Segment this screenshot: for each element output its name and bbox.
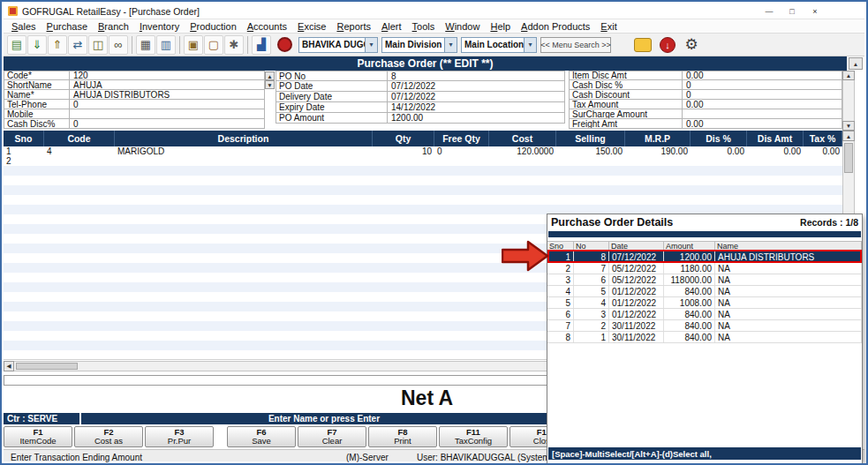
popup-row[interactable]: 4501/12/2022840.00NA: [547, 286, 862, 297]
grid-cell[interactable]: 0.00: [691, 146, 747, 156]
grid-hscroll-thumb[interactable]: [16, 363, 78, 370]
grid-cell[interactable]: 0: [434, 146, 489, 156]
menu-item-sales[interactable]: Sales: [6, 20, 42, 33]
popup-cell[interactable]: 7: [547, 320, 574, 331]
fkey-f8-print[interactable]: F8Print: [368, 426, 437, 447]
printer-icon[interactable]: ▦: [136, 35, 155, 55]
popup-cell[interactable]: NA: [715, 332, 862, 342]
popup-cell[interactable]: 2: [547, 263, 574, 274]
popup-cell[interactable]: NA: [715, 309, 862, 319]
fkey-f6-save[interactable]: F6Save: [227, 426, 296, 447]
field-value[interactable]: AHUJA DISTRIBUTORS: [70, 90, 264, 99]
close-button[interactable]: ×: [804, 5, 826, 18]
fkey-f7-clear[interactable]: F7Clear: [298, 426, 366, 447]
division-combobox[interactable]: Main Division ▾: [381, 37, 457, 53]
chevron-down-icon[interactable]: ▾: [524, 38, 536, 52]
chart-icon[interactable]: ▟: [252, 35, 271, 55]
popup-cell[interactable]: 840.00: [664, 286, 715, 296]
find-document-icon[interactable]: ◫: [88, 35, 108, 55]
download-icon[interactable]: ↓: [660, 37, 676, 53]
location-combobox[interactable]: Main Location ▾: [461, 37, 537, 53]
field-value[interactable]: 07/12/2022: [388, 92, 564, 101]
form-scroll-down-icon[interactable]: ▼: [265, 80, 275, 89]
grid-cell[interactable]: 0.00: [747, 146, 804, 156]
field-value[interactable]: 07/12/2022: [388, 81, 564, 91]
popup-cell[interactable]: 5: [547, 297, 574, 308]
grid-cell[interactable]: 0.00: [804, 146, 842, 156]
popup-cell[interactable]: NA: [715, 286, 862, 296]
popup-cell[interactable]: 4: [574, 297, 609, 308]
menu-search-box[interactable]: << Menu Search >>: [540, 37, 611, 53]
popup-cell[interactable]: 1008.00: [664, 297, 715, 308]
popup-cell[interactable]: 840.00: [664, 332, 715, 342]
menu-item-branch[interactable]: Branch: [93, 20, 134, 33]
field-value[interactable]: 0.00: [683, 119, 842, 128]
popup-cell[interactable]: 6: [547, 309, 574, 319]
popup-cell[interactable]: 1: [574, 332, 609, 342]
popup-cell[interactable]: 6: [574, 274, 609, 285]
delivery-box-icon[interactable]: ▢: [204, 35, 223, 55]
grid-cell[interactable]: 190.00: [625, 146, 691, 156]
chat-icon[interactable]: [634, 38, 652, 52]
popup-cell[interactable]: NA: [715, 320, 862, 331]
popup-cell[interactable]: 118000.00: [664, 274, 715, 285]
grid-cell[interactable]: 10: [373, 146, 434, 156]
binoculars-search-icon[interactable]: ∞: [109, 35, 128, 55]
field-value[interactable]: 0.00: [683, 100, 842, 109]
grid-cell[interactable]: 2: [4, 156, 44, 166]
popup-row[interactable]: 7230/11/2022840.00NA: [547, 320, 862, 332]
transfer-icon[interactable]: ⇄: [68, 35, 87, 55]
grid-cell[interactable]: 150.00: [556, 146, 625, 156]
popup-cell[interactable]: AHUJA DISTRIBUTORS: [715, 251, 862, 262]
popup-cell[interactable]: 1: [547, 251, 574, 262]
popup-cell[interactable]: 01/12/2022: [609, 286, 664, 296]
popup-cell[interactable]: 1200.00: [664, 251, 715, 262]
maximize-button[interactable]: □: [781, 5, 804, 18]
field-value[interactable]: 0: [70, 119, 264, 128]
fkey-f2-costas[interactable]: F2Cost as: [74, 426, 143, 447]
grid-cell[interactable]: [489, 156, 556, 166]
form-vscroll-up-icon[interactable]: ▲: [842, 71, 855, 80]
grid-cell[interactable]: [434, 156, 489, 166]
popup-row[interactable]: 6301/12/2022840.00NA: [547, 309, 862, 320]
grid-cell[interactable]: [556, 156, 625, 166]
menu-item-accounts[interactable]: Accounts: [242, 20, 292, 33]
popup-row[interactable]: 2705/12/20221180.00NA: [547, 263, 862, 274]
popup-cell[interactable]: 07/12/2022: [609, 251, 664, 262]
grid-cell[interactable]: 120.0000: [489, 146, 556, 156]
popup-cell[interactable]: 8: [574, 251, 609, 262]
popup-cell[interactable]: 3: [574, 309, 609, 319]
popup-cell[interactable]: 840.00: [664, 320, 715, 331]
grid-cell[interactable]: [804, 156, 842, 166]
minimize-button[interactable]: —: [758, 5, 781, 18]
settings-gear-icon[interactable]: ⚙: [683, 37, 699, 53]
menu-item-tools[interactable]: Tools: [407, 20, 441, 33]
popup-row[interactable]: 5401/12/20221008.00NA: [547, 297, 862, 309]
menu-item-purchase[interactable]: Purchase: [42, 20, 93, 33]
package-icon[interactable]: ▣: [184, 35, 203, 55]
popup-cell[interactable]: 1180.00: [664, 263, 715, 274]
field-value[interactable]: 0.00: [683, 71, 842, 79]
fkey-f3-prpur[interactable]: F3Pr.Pur: [145, 426, 214, 447]
grid-cell[interactable]: [691, 156, 747, 166]
field-value[interactable]: [683, 109, 842, 118]
fkey-f1-itemcode[interactable]: F1ItemCode: [4, 426, 72, 447]
field-value[interactable]: AHUJA: [70, 80, 264, 89]
grid-cell[interactable]: [747, 156, 804, 166]
popup-cell[interactable]: 7: [574, 263, 609, 274]
grid-cell[interactable]: [625, 156, 691, 166]
field-value[interactable]: 0: [683, 80, 842, 89]
menu-item-help[interactable]: Help: [485, 20, 516, 33]
menu-item-exit[interactable]: Exit: [595, 20, 622, 33]
popup-row[interactable]: 1807/12/20221200.00AHUJA DISTRIBUTORS: [547, 251, 862, 263]
popup-cell[interactable]: 3: [547, 274, 574, 285]
popup-row[interactable]: 3605/12/2022118000.00NA: [547, 274, 862, 286]
power-icon[interactable]: [277, 37, 292, 52]
popup-cell[interactable]: NA: [715, 274, 862, 285]
grid-cell[interactable]: 4: [44, 146, 115, 156]
popup-cell[interactable]: 8: [547, 332, 574, 342]
purchase-entry-icon[interactable]: ⇑: [48, 35, 67, 55]
grid-vscroll-thumb[interactable]: [844, 143, 853, 173]
field-value[interactable]: 120: [70, 71, 264, 79]
menu-item-production[interactable]: Production: [185, 20, 242, 33]
